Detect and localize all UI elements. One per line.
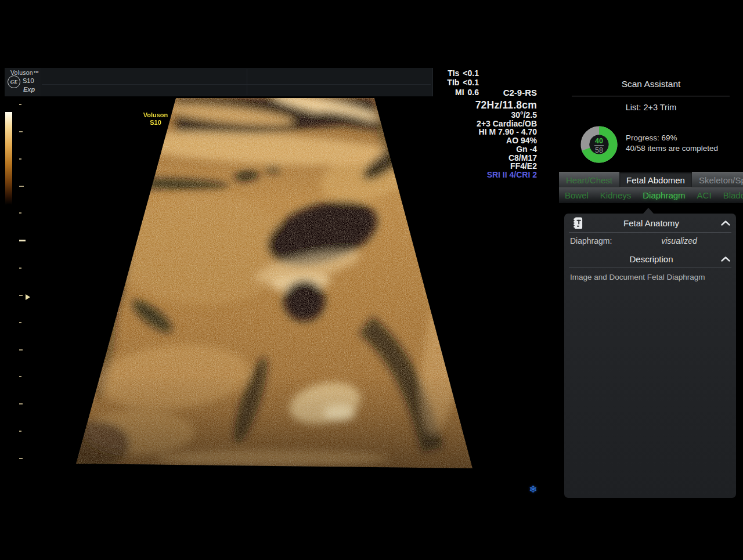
progress-completed-count: 40 (595, 137, 603, 145)
voluson-watermark: VolusonS10 (139, 111, 172, 127)
protocol-book-icon (572, 216, 583, 230)
ultrasound-fan (58, 87, 488, 482)
chevron-up-icon[interactable] (721, 221, 730, 226)
diaphragm-field-label: Diaphragm: (570, 236, 640, 245)
chevron-up-icon[interactable] (721, 256, 730, 262)
panel-notch (643, 208, 654, 214)
fetal-anatomy-panel: Fetal Anatomy Diaphragm: visualized Desc… (564, 214, 736, 498)
fetal-anatomy-title: Fetal Anatomy (587, 218, 715, 228)
description-title: Description (587, 254, 715, 264)
progress-total-count: 58 (595, 146, 603, 154)
ultrasound-screen: Voluson™ GE S10 Exp TIs<0.1 TIb<0.1 MI0.… (0, 0, 743, 560)
diaphragm-status-row: Diaphragm: visualized (564, 233, 736, 249)
description-header[interactable]: Description (564, 250, 736, 268)
diaphragm-field-value: visualized (640, 236, 736, 245)
progress-donut: 40 58 (580, 125, 618, 164)
snowflake-freeze-icon: ❄ (529, 483, 537, 496)
fetal-anatomy-header[interactable]: Fetal Anatomy (564, 214, 736, 232)
description-text: Image and Document Fetal Diaphragm (564, 268, 736, 281)
